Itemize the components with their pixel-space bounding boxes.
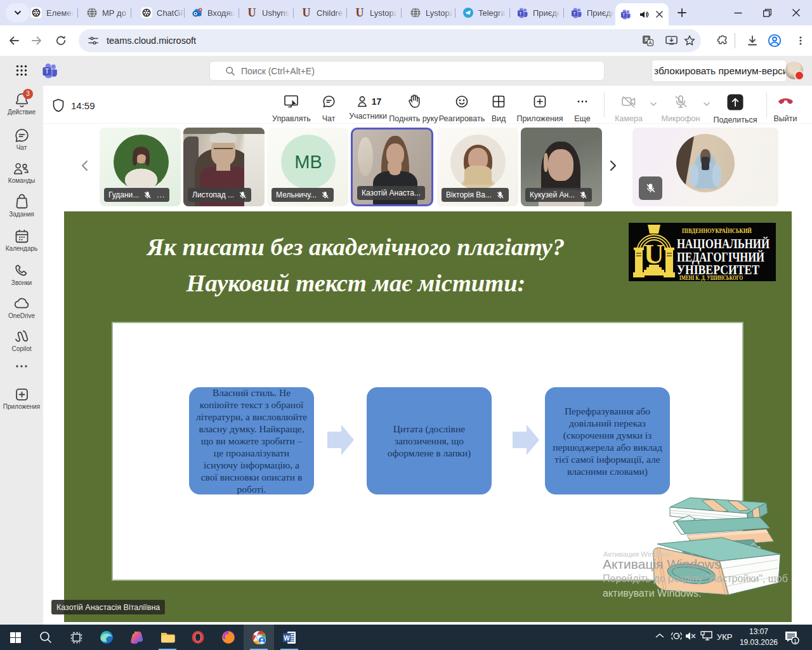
svg-text:T: T <box>573 11 576 17</box>
svg-text:W: W <box>284 634 290 641</box>
svg-text:T: T <box>622 13 625 18</box>
svg-text:1: 1 <box>794 638 797 644</box>
svg-text:U: U <box>303 7 311 18</box>
svg-text:U: U <box>356 7 364 18</box>
svg-text:T: T <box>519 11 522 17</box>
svg-text:U: U <box>248 7 256 18</box>
svg-text:T: T <box>45 67 49 75</box>
svg-text:ІМЕНІ К. Д. УШИНСЬКОГО: ІМЕНІ К. Д. УШИНСЬКОГО <box>679 275 743 281</box>
svg-text:ПІВДЕННОУКРАЇНСЬКИЙ: ПІВДЕННОУКРАЇНСЬКИЙ <box>682 227 752 234</box>
